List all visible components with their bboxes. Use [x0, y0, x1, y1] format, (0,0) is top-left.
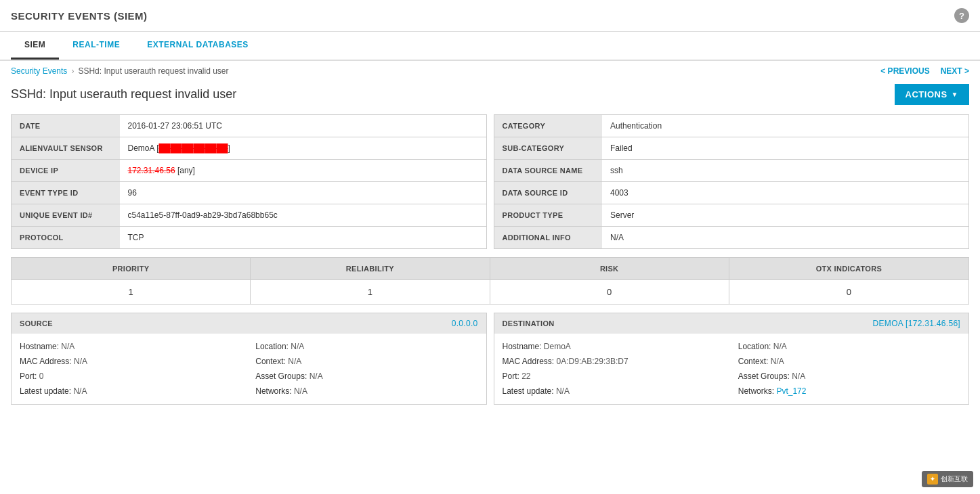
destination-location: Location: N/A: [738, 340, 960, 353]
source-body: Hostname: N/A Location: N/A MAC Address:…: [12, 334, 486, 404]
actions-arrow: ▼: [952, 91, 958, 98]
source-latest-update-value: N/A: [73, 386, 87, 396]
metric-value-reliability: 1: [251, 280, 490, 304]
tab-external-databases[interactable]: EXTERNAL DATABASES: [133, 32, 262, 60]
metric-header-reliability: RELIABILITY: [251, 258, 490, 279]
breadcrumb-separator: ›: [71, 66, 74, 76]
value-protocol: TCP: [120, 227, 487, 249]
page-title: SSHd: Input userauth request invalid use…: [11, 87, 236, 102]
source-location: Location: N/A: [255, 340, 477, 353]
value-additional-info: N/A: [602, 227, 969, 249]
label-date: DATE: [12, 115, 120, 137]
table-row: DEVICE IP 172.31.46.56 [any]: [12, 160, 487, 182]
event-details-left-table: DATE 2016-01-27 23:06:51 UTC ALIENVAULT …: [11, 114, 487, 249]
value-device-ip: 172.31.46.56 [any]: [120, 160, 487, 182]
breadcrumb-parent-link[interactable]: Security Events: [11, 66, 67, 76]
table-row: DATA SOURCE NAME ssh: [494, 160, 969, 182]
page-header: SSHd: Input userauth request invalid use…: [0, 78, 980, 114]
value-date: 2016-01-27 23:06:51 UTC: [120, 115, 487, 137]
breadcrumb: Security Events › SSHd: Input userauth r…: [11, 66, 229, 76]
table-row: UNIQUE EVENT ID# c54a11e5-87ff-0ad9-ab29…: [12, 204, 487, 227]
table-row: CATEGORY Authentication: [494, 115, 969, 137]
label-event-type-id: EVENT TYPE ID: [12, 182, 120, 204]
source-latest-update: Latest update: N/A: [20, 385, 242, 397]
tab-siem[interactable]: SIEM: [11, 32, 59, 60]
destination-location-value: N/A: [773, 342, 787, 351]
metric-value-risk: 0: [490, 280, 729, 304]
source-hostname-value: N/A: [61, 342, 74, 351]
source-context-value: N/A: [288, 357, 301, 366]
value-data-source-name: ssh: [602, 160, 969, 182]
info-grid: DATE 2016-01-27 23:06:51 UTC ALIENVAULT …: [11, 114, 969, 249]
destination-hostname-value: DemoA: [544, 342, 571, 351]
destination-port-value: 22: [521, 372, 530, 381]
label-additional-info: ADDITIONAL INFO: [494, 227, 602, 249]
label-protocol: PROTOCOL: [12, 227, 120, 249]
label-unique-event-id: UNIQUE EVENT ID#: [12, 204, 120, 227]
metrics-header: PRIORITY RELIABILITY RISK OTX INDICATORS: [11, 257, 969, 279]
source-box: SOURCE 0.0.0.0 Hostname: N/A Location: N…: [11, 313, 487, 405]
next-link[interactable]: NEXT >: [941, 66, 969, 76]
value-sub-category: Failed: [602, 137, 969, 160]
source-mac-value: N/A: [74, 357, 87, 366]
source-label: SOURCE: [20, 319, 53, 328]
destination-ip-link[interactable]: DemoA [172.31.46.56]: [873, 319, 960, 328]
metric-value-otx: 0: [729, 280, 968, 304]
destination-mac: MAC Address: 0A:D9:AB:29:3B:D7: [503, 355, 725, 367]
destination-context-value: N/A: [771, 357, 784, 366]
label-product-type: PRODUCT TYPE: [494, 204, 602, 227]
top-bar: SECURITY EVENTS (SIEM) ?: [0, 0, 980, 32]
value-category: Authentication: [602, 115, 969, 137]
table-row: PRODUCT TYPE Server: [494, 204, 969, 227]
main-content: DATE 2016-01-27 23:06:51 UTC ALIENVAULT …: [0, 114, 980, 405]
destination-box: DESTINATION DemoA [172.31.46.56] Hostnam…: [494, 313, 970, 405]
metrics-values: 1 1 0 0: [11, 279, 969, 305]
table-row: EVENT TYPE ID 96: [12, 182, 487, 204]
table-row: ADDITIONAL INFO N/A: [494, 227, 969, 249]
destination-networks: Networks: Pvt_172: [738, 385, 960, 397]
table-row: PROTOCOL TCP: [12, 227, 487, 249]
table-row: ALIENVAULT SENSOR DemoA [████████████]: [12, 137, 487, 160]
value-alienvault-sensor: DemoA [████████████]: [120, 137, 487, 160]
table-row: DATE 2016-01-27 23:06:51 UTC: [12, 115, 487, 137]
source-mac: MAC Address: N/A: [20, 355, 242, 367]
source-port-value: 0: [39, 372, 44, 381]
metric-header-otx: OTX INDICATORS: [729, 258, 968, 279]
destination-label: DESTINATION: [503, 319, 555, 328]
metric-value-priority: 1: [12, 280, 251, 304]
previous-link[interactable]: < PREVIOUS: [880, 66, 929, 76]
metric-header-priority: PRIORITY: [12, 258, 251, 279]
source-header: SOURCE 0.0.0.0: [12, 313, 486, 334]
source-asset-groups: Asset Groups: N/A: [255, 370, 477, 382]
label-data-source-name: DATA SOURCE NAME: [494, 160, 602, 182]
redacted-sensor-ip: ████████████: [159, 143, 228, 153]
tab-realtime[interactable]: REAL-TIME: [59, 32, 133, 60]
destination-networks-value: Pvt_172: [776, 386, 806, 396]
actions-button[interactable]: ACTIONS ▼: [895, 84, 969, 105]
value-product-type: Server: [602, 204, 969, 227]
source-destination-grid: SOURCE 0.0.0.0 Hostname: N/A Location: N…: [11, 313, 969, 405]
label-sub-category: SUB-CATEGORY: [494, 137, 602, 160]
value-unique-event-id: c54a11e5-87ff-0ad9-ab29-3bd7a68bb65c: [120, 204, 487, 227]
table-row: DATA SOURCE ID 4003: [494, 182, 969, 204]
label-category: CATEGORY: [494, 115, 602, 137]
value-data-source-id: 4003: [602, 182, 969, 204]
destination-hostname: Hostname: DemoA: [503, 340, 725, 353]
destination-port: Port: 22: [503, 370, 725, 382]
source-ip: 0.0.0.0: [452, 319, 478, 328]
table-row: SUB-CATEGORY Failed: [494, 137, 969, 160]
source-hostname: Hostname: N/A: [20, 340, 242, 353]
label-device-ip: DEVICE IP: [12, 160, 120, 182]
destination-latest-update: Latest update: N/A: [503, 385, 725, 397]
value-event-type-id: 96: [120, 182, 487, 204]
destination-body: Hostname: DemoA Location: N/A MAC Addres…: [494, 334, 969, 404]
destination-latest-update-value: N/A: [556, 386, 570, 396]
help-icon[interactable]: ?: [954, 8, 969, 23]
source-location-value: N/A: [291, 342, 304, 351]
metrics-section: PRIORITY RELIABILITY RISK OTX INDICATORS…: [11, 257, 969, 305]
destination-header: DESTINATION DemoA [172.31.46.56]: [494, 313, 969, 334]
source-networks: Networks: N/A: [255, 385, 477, 397]
app-title: SECURITY EVENTS (SIEM): [11, 10, 148, 22]
actions-label: ACTIONS: [906, 89, 947, 99]
label-alienvault-sensor: ALIENVAULT SENSOR: [12, 137, 120, 160]
